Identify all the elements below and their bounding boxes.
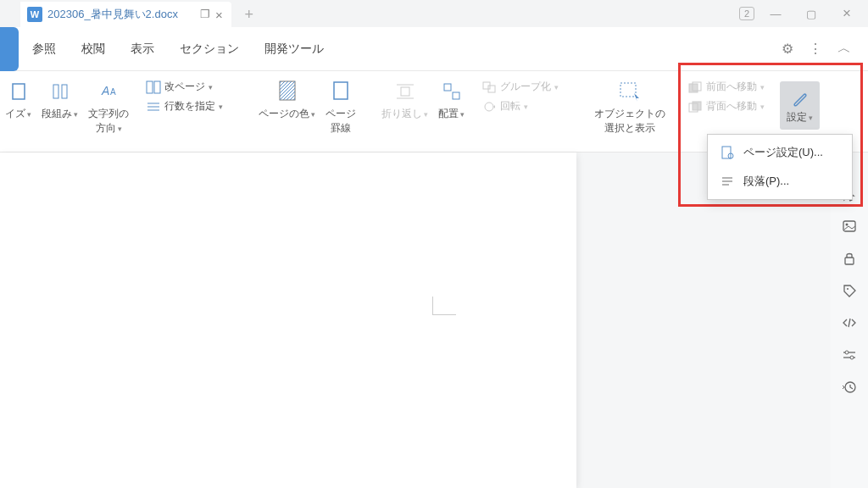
code-icon[interactable]: [842, 315, 857, 330]
settings-dropdown: ページ設定(U)... 段落(P)...: [707, 134, 853, 200]
maximize-button[interactable]: ▢: [797, 2, 826, 25]
send-back-icon: [687, 100, 703, 114]
image-icon[interactable]: [842, 219, 857, 234]
svg-text:A: A: [110, 87, 116, 97]
svg-rect-6: [154, 81, 160, 93]
page-setup-item[interactable]: ページ設定(U)...: [708, 138, 852, 167]
tab-filename: 202306_暑中見舞い2.docx: [47, 7, 178, 22]
page-border-label2: 罫線: [331, 121, 351, 136]
minimize-button[interactable]: —: [761, 2, 790, 25]
group-label: グループ化: [500, 80, 551, 94]
titlebar: W 202306_暑中見舞い2.docx ❐ × + 2 — ▢ ×: [0, 0, 868, 27]
page-corner-mark: [432, 297, 456, 315]
size-button[interactable]: イズ▾: [0, 80, 36, 121]
svg-point-32: [846, 224, 849, 226]
svg-rect-13: [401, 87, 409, 96]
columns-icon: [48, 80, 72, 103]
send-back-label: 背面へ移動: [706, 99, 757, 114]
text-direction-label1: 文字列の: [88, 107, 129, 121]
svg-point-20: [485, 103, 493, 111]
menubar: 参照 校閲 表示 セクション 開発ツール ⚙ ⋮ ︿: [0, 27, 868, 71]
page-color-label: ページの色: [259, 107, 309, 121]
svg-point-34: [847, 288, 849, 290]
document-canvas[interactable]: [0, 152, 576, 488]
svg-rect-33: [845, 258, 854, 264]
settings-wrench-icon: [788, 86, 812, 110]
window-badge: 2: [739, 7, 754, 20]
page-border-icon: [329, 80, 353, 103]
svg-rect-5: [147, 81, 153, 93]
line-count-icon: [146, 100, 161, 114]
menu-view[interactable]: 表示: [131, 42, 154, 57]
svg-rect-11: [280, 81, 295, 100]
svg-point-36: [845, 351, 849, 354]
page-setup-label: ページ設定(U)...: [743, 145, 823, 160]
columns-label: 段組み: [42, 107, 72, 121]
page-color-button[interactable]: ページの色▾: [253, 80, 320, 121]
kebab-icon[interactable]: ⋮: [809, 41, 822, 57]
page-break-group: 改ページ▾ 行数を指定▾: [141, 80, 228, 114]
menu-reference[interactable]: 参照: [32, 42, 56, 57]
text-direction-button[interactable]: AA 文字列の方向▾: [83, 80, 134, 136]
svg-rect-16: [444, 84, 451, 91]
wrap-icon: [393, 80, 417, 103]
paragraph-label: 段落(P)...: [743, 174, 789, 189]
close-window-button[interactable]: ×: [832, 2, 861, 25]
page-break-button[interactable]: 改ページ▾: [146, 80, 223, 94]
size-icon: [7, 80, 31, 103]
window-controls: 2 — ▢ ×: [739, 0, 868, 27]
history-icon[interactable]: [842, 380, 857, 395]
wrap-label: 折り返し: [381, 107, 422, 121]
select-objects-button[interactable]: オブジェクトの選択と表示: [589, 80, 670, 136]
select-objects-icon: [618, 80, 642, 103]
gear-icon[interactable]: ⚙: [782, 41, 793, 57]
group-rotate-group: グループ化▾ 回転▾: [476, 80, 564, 114]
select-objects-label2: 選択と表示: [604, 121, 655, 136]
svg-point-38: [850, 356, 854, 359]
lock-icon[interactable]: [842, 251, 857, 266]
side-panel: [831, 152, 868, 488]
document-tab[interactable]: W 202306_暑中見舞い2.docx ❐ ×: [20, 2, 231, 27]
menu-right: ⚙ ⋮ ︿: [782, 40, 868, 58]
align-icon: [440, 80, 464, 103]
menu-section[interactable]: セクション: [180, 42, 239, 57]
svg-rect-31: [843, 221, 855, 231]
new-tab-button[interactable]: +: [236, 2, 262, 27]
columns-button[interactable]: 段組み▾: [36, 80, 83, 121]
tab-restore-icon[interactable]: ❐: [200, 8, 210, 22]
paragraph-item[interactable]: 段落(P)...: [708, 167, 852, 196]
menu-items: 参照 校閲 表示 セクション 開発ツール: [32, 42, 324, 57]
tag-icon[interactable]: [842, 283, 857, 298]
rotate-icon: [481, 100, 497, 114]
page-color-icon: [275, 80, 299, 103]
slider-icon[interactable]: [842, 347, 857, 363]
line-count-label: 行数を指定: [164, 99, 215, 114]
tab-close-icon[interactable]: ×: [215, 8, 223, 22]
svg-text:A: A: [101, 84, 109, 97]
bring-front-icon: [687, 80, 703, 94]
tab-actions: ❐ ×: [200, 8, 223, 22]
group-icon: [481, 80, 497, 94]
line-count-button[interactable]: 行数を指定▾: [146, 99, 223, 114]
svg-rect-2: [62, 85, 67, 98]
svg-rect-0: [13, 84, 25, 99]
wrap-button: 折り返し▾: [376, 80, 433, 121]
svg-rect-12: [334, 82, 348, 99]
page-break-icon: [146, 80, 161, 94]
svg-rect-21: [620, 83, 636, 97]
rotate-button: 回転▾: [481, 99, 559, 114]
group-button: グループ化▾: [481, 80, 559, 94]
bring-front-label: 前面へ移動: [706, 80, 757, 94]
word-doc-icon: W: [27, 7, 42, 22]
settings-button[interactable]: 設定▾: [780, 81, 820, 130]
page-border-button[interactable]: ページ罫線: [320, 80, 361, 136]
page-setup-icon: [720, 145, 735, 160]
paragraph-icon: [720, 174, 735, 189]
align-button[interactable]: 配置▾: [433, 80, 470, 121]
menu-review[interactable]: 校閲: [81, 42, 105, 57]
menu-devtools[interactable]: 開発ツール: [264, 42, 324, 57]
align-label: 配置: [438, 107, 459, 121]
collapse-ribbon-icon[interactable]: ︿: [837, 40, 851, 58]
send-back-button: 背面へ移動▾: [687, 99, 765, 114]
menu-start-accent[interactable]: [0, 27, 19, 71]
